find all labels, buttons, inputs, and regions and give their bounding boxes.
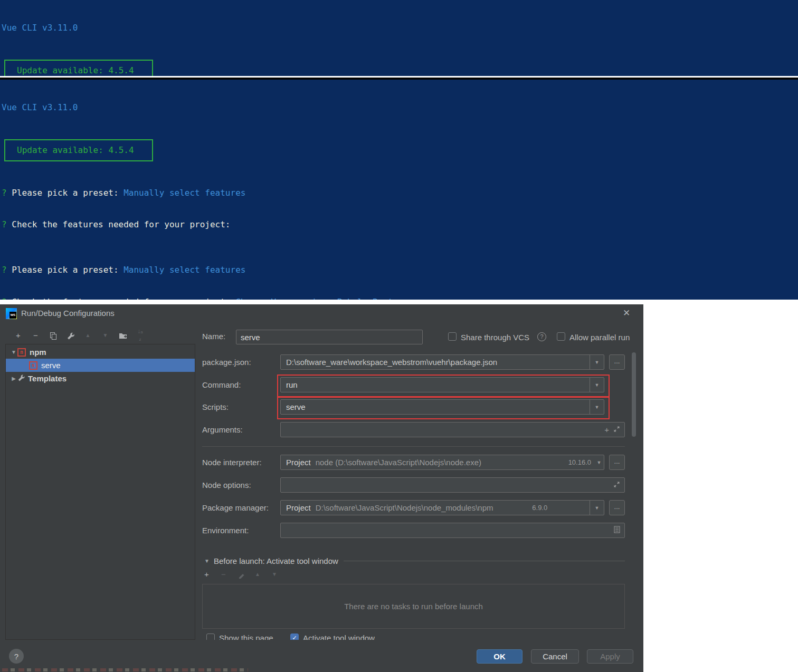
show-this-page-checkbox[interactable] [206,633,215,640]
arguments-label: Arguments: [202,425,243,434]
configurations-toolbar: + − ▲ ▼ ↓az [10,328,149,342]
npm-icon: n [17,348,26,357]
wrench-icon [17,374,25,383]
name-label: Name: [202,332,225,341]
node-version: 10.16.0 [568,458,594,466]
before-launch-label: Before launch: Activate tool window [214,556,338,565]
chevron-down-icon[interactable]: ▼ [204,558,210,564]
apply-button[interactable]: Apply [587,649,633,664]
before-launch-header[interactable]: ▼ Before launch: Activate tool window [204,556,625,565]
expand-field-icon[interactable] [613,425,620,434]
features-question: ? Check the features needed for your pro… [0,219,798,230]
command-select[interactable]: run ▼ [280,377,604,392]
remove-configuration-button[interactable]: − [27,331,44,340]
node-options-input[interactable] [280,477,625,493]
terminal-vue-cli-features: Vue CLI v3.11.0 Update available: 4.5.4 … [0,80,798,243]
chevron-down-icon[interactable]: ▼ [594,460,604,465]
npm-icon: n [29,361,37,370]
answered-preset: ? Please pick a preset: Manually select … [0,265,798,276]
configurations-tree: ▼ n npm n serve ▶ Templates [5,344,195,640]
package-json-select[interactable]: D:\software_ware\workspace_webstrom\vueh… [280,354,604,370]
no-tasks-text: There are no tasks to run before launch [344,602,483,611]
tree-npm-label: npm [30,348,46,357]
move-down-icon[interactable]: ▼ [97,332,114,338]
chevron-down-icon[interactable]: ▼ [590,355,604,369]
dialog-title: Run/Debug Configurations [21,309,115,318]
section-separator [202,446,625,447]
vue-cli-version: Vue CLI v3.11.0 [0,23,798,33]
screenshot-root: Vue CLI v3.11.0 Update available: 4.5.4 … [0,0,798,672]
browse-package-json-button[interactable]: ... [609,354,625,370]
help-button[interactable]: ? [9,649,24,664]
tree-node-serve-selected[interactable]: n serve [6,359,195,372]
scripts-select[interactable]: serve ▼ [280,399,604,415]
node-interpreter-label: Node interpreter: [202,458,262,467]
tree-templates-label: Templates [28,374,66,383]
cancel-button[interactable]: Cancel [531,649,579,664]
package-manager-select[interactable]: Project D:\software\JavaScript\Nodejs\no… [280,500,604,515]
update-available-box: Update available: 4.5.4 [4,139,153,161]
name-input[interactable] [236,330,423,344]
preset-question-answered: ? Please pick a preset: Manually select … [0,188,798,198]
webstorm-logo-icon: WS [6,308,17,319]
chevron-down-icon[interactable]: ▼ [590,501,604,515]
browse-package-manager-button[interactable]: ... [609,500,625,515]
run-debug-configurations-dialog: WS Run/Debug Configurations ✕ + − ▲ ▼ ↓a… [0,304,643,672]
tree-node-npm[interactable]: ▼ n npm [6,345,195,359]
environment-label: Environment: [202,526,249,535]
vertical-scrollbar[interactable] [632,352,636,437]
show-this-page-label: Show this page [219,633,274,640]
edit-task-pencil-icon[interactable] [238,570,255,579]
add-icon[interactable]: + [604,425,609,434]
arguments-input[interactable]: + [280,422,625,437]
command-label: Command: [202,380,241,389]
move-task-down-icon[interactable]: ▼ [272,571,289,577]
clipped-options-row: Show this page ✓ Activate tool window [206,633,481,640]
header-rule [344,561,625,561]
chevron-down-icon[interactable]: ▼ [590,400,604,414]
move-up-icon[interactable]: ▲ [79,332,97,338]
node-options-label: Node options: [202,481,251,489]
tree-node-templates[interactable]: ▶ Templates [6,372,195,385]
chevron-down-icon[interactable]: ▼ [10,349,17,355]
terminal-vue-cli-preset: Vue CLI v3.11.0 Update available: 4.5.4 … [0,0,798,76]
add-configuration-button[interactable]: + [10,331,27,340]
update-available-box: Update available: 4.5.4 [4,60,153,76]
ok-button[interactable]: OK [477,649,522,664]
allow-parallel-run-checkbox[interactable] [557,332,565,341]
expand-field-icon[interactable] [613,481,620,489]
answered-features: ? Check the features needed for your pro… [0,297,798,300]
activate-tool-window-checkbox[interactable]: ✓ [290,633,299,640]
node-interpreter-select[interactable]: Project node (D:\software\JavaScript\Nod… [280,455,604,470]
package-manager-label: Package manager: [202,503,269,512]
dialog-titlebar: WS Run/Debug Configurations ✕ [0,304,643,323]
chevron-down-icon[interactable]: ▼ [590,378,604,392]
help-icon[interactable]: ? [537,332,546,341]
close-icon[interactable]: ✕ [623,308,630,319]
browse-node-interpreter-button[interactable]: ... [609,455,625,470]
edit-defaults-wrench-icon[interactable] [62,330,79,340]
before-launch-toolbar: + − ▲ ▼ [204,570,289,579]
vue-cli-version: Vue CLI v3.11.0 [0,102,798,113]
package-json-label: package.json: [202,358,251,367]
allow-parallel-run-label: Allow parallel run [569,333,630,342]
npm-version: 6.9.0 [532,504,550,512]
share-through-vcs-label: Share through VCS [461,333,529,342]
cropped-text-remnant [2,668,248,671]
move-task-up-icon[interactable]: ▲ [255,571,272,577]
tree-serve-label: serve [41,361,61,370]
share-through-vcs-checkbox[interactable] [448,332,457,341]
chevron-right-icon[interactable]: ▶ [10,376,17,381]
tasks-list-empty: There are no tasks to run before launch [202,584,625,629]
sort-alphabetically-icon[interactable]: ↓az [131,328,149,342]
terminal-vue-cli-answers: ? Please pick a preset: Manually select … [0,243,798,300]
browse-variables-icon[interactable] [614,526,620,535]
scripts-label: Scripts: [202,402,229,411]
add-task-button[interactable]: + [204,570,221,579]
activate-tool-window-label: Activate tool window [303,633,375,640]
remove-task-button[interactable]: − [221,570,238,579]
new-folder-icon[interactable] [114,330,131,340]
highlighted-answer: Babel, Router [337,297,403,300]
copy-configuration-icon[interactable] [44,330,62,340]
environment-input[interactable] [280,523,625,538]
